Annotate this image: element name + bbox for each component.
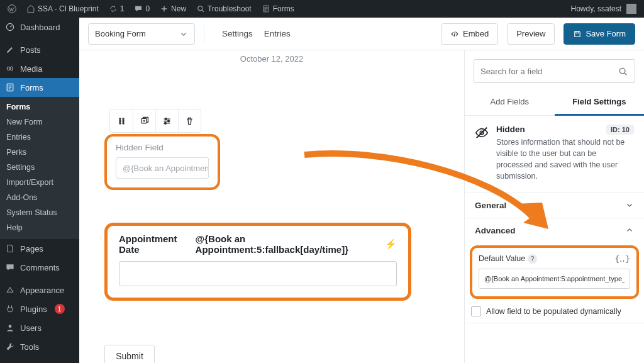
sub-forms[interactable]: Forms xyxy=(0,99,79,114)
field-settings-button[interactable] xyxy=(155,109,178,132)
merge-tag-button[interactable]: {‥} xyxy=(614,254,630,264)
section-advanced-toggle[interactable]: Advanced xyxy=(465,218,644,243)
field-toolbar xyxy=(109,109,201,133)
svg-point-13 xyxy=(119,120,120,121)
admin-menu: Dashboard Posts Media Forms Forms New Fo… xyxy=(0,18,79,363)
sub-settings[interactable]: Settings xyxy=(0,160,79,175)
tab-entries[interactable]: Entries xyxy=(264,25,291,42)
menu-comments[interactable]: Comments xyxy=(0,258,79,277)
editor-sidebar: Add Fields Field Settings ID: 10 Hidden … xyxy=(464,50,644,363)
appointment-date-block[interactable]: Appointment Date @{Book an Appointment:5… xyxy=(104,223,411,301)
duplicate-button[interactable] xyxy=(133,109,155,132)
tab-add-fields[interactable]: Add Fields xyxy=(465,89,555,115)
hidden-field-block[interactable]: Hidden Field @{Book an Appointmen xyxy=(104,134,220,190)
svg-point-18 xyxy=(165,118,167,120)
field-info: ID: 10 Hidden Stores information that sh… xyxy=(465,116,644,193)
appointment-date-input[interactable] xyxy=(119,261,397,286)
default-value-input[interactable] xyxy=(479,269,630,289)
default-value-group: Default Value? {‥} xyxy=(470,245,639,299)
submit-button[interactable]: Submit xyxy=(104,345,155,363)
svg-point-12 xyxy=(122,118,123,119)
embed-button[interactable]: Embed xyxy=(441,23,498,45)
menu-pages[interactable]: Pages xyxy=(0,239,79,258)
svg-point-16 xyxy=(122,122,123,123)
section-advanced: Advanced Default Value? {‥} Allow field … xyxy=(465,218,644,323)
sub-new-form[interactable]: New Form xyxy=(0,114,79,130)
search-input[interactable] xyxy=(480,67,613,76)
appointment-date-label: Appointment Date @{Book an Appointment:5… xyxy=(119,233,397,255)
svg-point-20 xyxy=(165,122,167,124)
updates[interactable]: 1 xyxy=(105,0,128,18)
svg-point-11 xyxy=(119,118,120,119)
bolt-icon: ⚡ xyxy=(385,238,397,250)
wp-logo[interactable] xyxy=(4,0,20,18)
svg-point-4 xyxy=(7,67,10,70)
hidden-field-value: @{Book an Appointmen xyxy=(116,157,209,179)
preview-button[interactable]: Preview xyxy=(507,23,555,45)
svg-rect-10 xyxy=(576,31,579,33)
menu-tools[interactable]: Tools xyxy=(0,337,79,356)
svg-point-6 xyxy=(9,325,12,328)
menu-users[interactable]: Users xyxy=(0,318,79,337)
menu-posts[interactable]: Posts xyxy=(0,40,79,59)
sub-help[interactable]: Help xyxy=(0,220,79,235)
field-search[interactable] xyxy=(474,59,635,83)
form-switcher[interactable]: Booking Form xyxy=(88,23,195,45)
chevron-down-icon xyxy=(179,30,188,38)
sidebar-tabs: Add Fields Field Settings xyxy=(465,89,644,116)
tab-field-settings[interactable]: Field Settings xyxy=(555,89,645,116)
plugins-badge: 1 xyxy=(55,304,65,314)
revision-date: October 12, 2022 xyxy=(104,54,439,64)
search-icon xyxy=(618,66,628,77)
chevron-down-icon xyxy=(625,201,634,209)
allow-dynamic-checkbox[interactable] xyxy=(471,306,481,316)
menu-plugins[interactable]: Plugins1 xyxy=(0,299,79,318)
tab-settings[interactable]: Settings xyxy=(222,25,253,42)
svg-point-21 xyxy=(619,68,625,74)
howdy-user[interactable]: Howdy, ssatest xyxy=(567,0,640,18)
drag-handle[interactable] xyxy=(110,109,133,132)
default-value-label: Default Value xyxy=(479,254,525,263)
code-icon xyxy=(450,30,459,38)
svg-point-0 xyxy=(8,5,16,13)
menu-settings[interactable]: Settings xyxy=(0,356,79,363)
hidden-field-label: Hidden Field xyxy=(116,143,209,152)
sub-system-status[interactable]: System Status xyxy=(0,205,79,220)
menu-media[interactable]: Media xyxy=(0,59,79,78)
delete-field-button[interactable] xyxy=(178,109,201,132)
svg-point-15 xyxy=(119,122,120,123)
new-content[interactable]: New xyxy=(156,0,190,18)
field-id-chip: ID: 10 xyxy=(606,125,634,135)
sub-perks[interactable]: Perks xyxy=(0,145,79,160)
form-editor-topbar: Booking Form Settings Entries Embed Prev… xyxy=(79,18,644,50)
section-general: General xyxy=(465,193,644,218)
submenu-forms: Forms New Form Entries Perks Settings Im… xyxy=(0,97,79,239)
admin-bar: SSA - CI Blueprint 1 0 New Troubleshoot … xyxy=(0,0,644,18)
hidden-icon xyxy=(475,126,489,182)
save-icon xyxy=(573,30,582,38)
section-general-toggle[interactable]: General xyxy=(465,193,644,218)
menu-dashboard[interactable]: Dashboard xyxy=(0,18,79,36)
avatar xyxy=(626,4,636,14)
sub-import-export[interactable]: Import/Export xyxy=(0,175,79,190)
menu-appearance[interactable]: Appearance xyxy=(0,281,79,299)
adminbar-forms[interactable]: Forms xyxy=(258,0,298,18)
sub-entries[interactable]: Entries xyxy=(0,130,79,145)
allow-dynamic-label: Allow field to be populated dynamically xyxy=(486,307,621,316)
comments-count[interactable]: 0 xyxy=(130,0,153,18)
svg-point-1 xyxy=(198,6,203,11)
svg-point-14 xyxy=(122,120,123,121)
troubleshoot[interactable]: Troubleshoot xyxy=(192,0,255,18)
field-type-description: Stores information that should not be vi… xyxy=(496,137,634,182)
chevron-up-icon xyxy=(625,226,634,235)
sub-addons[interactable]: Add-Ons xyxy=(0,190,79,205)
menu-forms[interactable]: Forms xyxy=(0,78,79,97)
help-icon[interactable]: ? xyxy=(528,254,537,264)
form-canvas: October 12, 2022 Hidden Field @{Book an … xyxy=(79,50,464,363)
site-name[interactable]: SSA - CI Blueprint xyxy=(23,0,103,18)
svg-point-19 xyxy=(168,120,170,122)
allow-dynamic-row[interactable]: Allow field to be populated dynamically xyxy=(470,306,639,316)
save-form-button[interactable]: Save Form xyxy=(564,23,635,45)
